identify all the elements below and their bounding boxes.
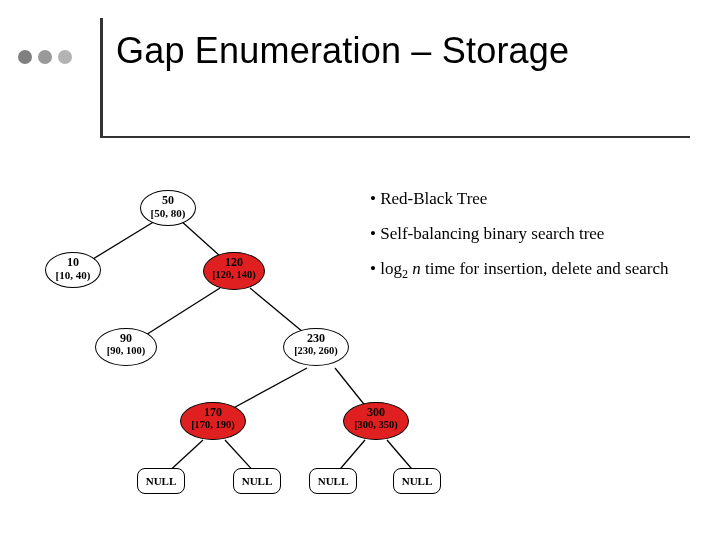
node-range: [170, 190) [181, 419, 245, 431]
dot-icon [38, 50, 52, 64]
node-value: 50 [141, 194, 195, 207]
rb-tree-diagram: 50 [50, 80) 10 [10, 40) 120 [120, 140) 9… [25, 180, 445, 500]
node-value: 90 [96, 332, 156, 345]
dot-icon [58, 50, 72, 64]
title-decor-dots [18, 50, 72, 64]
node-value: 10 [46, 256, 100, 269]
tree-node-170: 170 [170, 190) [180, 402, 246, 440]
tree-edges [25, 180, 445, 500]
dot-icon [18, 50, 32, 64]
node-range: [10, 40) [46, 269, 100, 281]
node-range: [90, 100) [96, 345, 156, 357]
tree-node-null: NULL [309, 468, 357, 494]
title-vertical-rule [100, 18, 103, 138]
node-value: 120 [204, 256, 264, 269]
node-range: [120, 140) [204, 269, 264, 281]
tree-node-null: NULL [393, 468, 441, 494]
node-value: 300 [344, 406, 408, 419]
node-range: [300, 350) [344, 419, 408, 431]
tree-node-null: NULL [233, 468, 281, 494]
tree-node-10: 10 [10, 40) [45, 252, 101, 288]
node-value: 170 [181, 406, 245, 419]
node-value: 230 [284, 332, 348, 345]
node-range: [230, 260) [284, 345, 348, 357]
tree-node-50: 50 [50, 80) [140, 190, 196, 226]
tree-node-300: 300 [300, 350) [343, 402, 409, 440]
slide: Gap Enumeration – Storage • Red-Black Tr… [0, 0, 720, 540]
tree-node-null: NULL [137, 468, 185, 494]
tree-node-230: 230 [230, 260) [283, 328, 349, 366]
tree-node-90: 90 [90, 100) [95, 328, 157, 366]
page-title: Gap Enumeration – Storage [116, 30, 569, 72]
node-range: [50, 80) [141, 207, 195, 219]
bullet-text: time for insertion, delete and search [421, 259, 669, 278]
tree-node-120: 120 [120, 140) [203, 252, 265, 290]
title-horizontal-rule [100, 136, 690, 138]
